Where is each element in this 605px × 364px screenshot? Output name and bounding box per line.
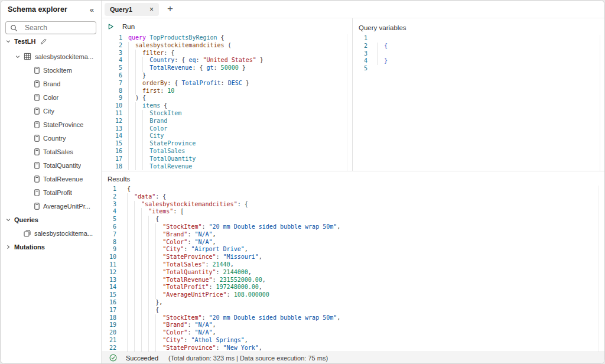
code-line: 1 xyxy=(353,35,604,43)
code-line: 9 "City": "Airport Drive", xyxy=(102,246,604,254)
field-icon xyxy=(34,189,40,196)
schema-explorer-panel: Schema explorer « TestLHsalesbystockitem… xyxy=(1,1,102,363)
tree-item-label: TotalProfit xyxy=(43,189,72,196)
search-box[interactable] xyxy=(5,21,96,34)
tree-item-label: TotalRevenue xyxy=(43,176,83,183)
code-line: 11 StockItem xyxy=(102,110,352,118)
field-icon xyxy=(34,176,40,183)
code-line: 8 first: 10 xyxy=(102,87,352,95)
chevron-down-icon[interactable] xyxy=(15,54,21,60)
tab-label: Query1 xyxy=(110,6,132,13)
field-icon xyxy=(34,80,40,87)
field-icon xyxy=(34,162,40,169)
query-variables-editor[interactable]: 12 {3 4 }5 xyxy=(353,35,604,171)
field-icon xyxy=(34,148,40,155)
code-line: 1{ xyxy=(102,186,604,193)
tree-item-stockitem[interactable]: StockItem xyxy=(1,63,101,77)
code-line: 6 "StockItem": "20 mm Double sided bubbl… xyxy=(102,223,604,231)
chevron-down-icon[interactable] xyxy=(5,217,11,223)
code-line: 7 "Brand": "N/A", xyxy=(102,231,604,239)
play-icon xyxy=(108,23,114,30)
tree-item-label: TotalSales xyxy=(43,148,73,155)
results-title: Results xyxy=(102,171,604,183)
tree-item-label: StateProvince xyxy=(43,121,83,128)
query-variables-pane: Query variables 12 {3 4 }5 xyxy=(353,18,604,171)
query-editor-pane: Run 1query TopProductsByRegion {2 salesb… xyxy=(102,18,353,171)
tree-item-mutations[interactable]: Mutations xyxy=(1,240,101,254)
code-line: 3 "salesbystockitemandcities": { xyxy=(102,201,604,209)
tab-bar: Query1 × + xyxy=(102,1,604,18)
code-line: 9 ) { xyxy=(102,95,352,102)
code-line: 7 orderBy: { TotalProfit: DESC } xyxy=(102,80,352,87)
code-line: 8 "Color": "N/A", xyxy=(102,239,604,246)
field-icon xyxy=(34,94,40,101)
tree-item-totalprofit[interactable]: TotalProfit xyxy=(1,186,101,199)
code-line: 15 StateProvince xyxy=(102,140,352,148)
tree-item-country[interactable]: Country xyxy=(1,131,101,145)
tree-item-salesbystockitema[interactable]: salesbystockitema... xyxy=(1,50,101,63)
code-line: 4 } xyxy=(353,57,604,65)
editor-toolbar: Run xyxy=(102,18,352,34)
field-icon xyxy=(34,121,40,128)
code-line: 2 "data": { xyxy=(102,193,604,201)
code-line: 4 Country: { eq: "United States" } xyxy=(102,57,352,64)
success-check-icon xyxy=(109,354,117,362)
tree-item-color[interactable]: Color xyxy=(1,90,101,104)
code-line: 18 TotalRevenue xyxy=(102,163,352,171)
code-line: 20 "Color": "N/A", xyxy=(102,329,604,337)
code-line: 17 { xyxy=(102,307,604,314)
tree-item-label: salesbystockitema... xyxy=(35,53,93,60)
tree-item-queries[interactable]: Queries xyxy=(1,213,101,226)
field-icon xyxy=(34,135,40,142)
status-bar: Succeeded (Total duration: 323 ms | Data… xyxy=(102,352,604,363)
tree-item-label: TotalQuantity xyxy=(43,162,81,169)
schema-tree: TestLHsalesbystockitema...StockItemBrand… xyxy=(1,34,101,254)
results-pane: Results 1{2 "data": {3 "salesbystockitem… xyxy=(102,171,604,352)
tree-item-stateprovince[interactable]: StateProvince xyxy=(1,118,101,131)
collapse-sidebar-button[interactable]: « xyxy=(89,6,95,14)
tree-item-label: Brand xyxy=(43,80,60,87)
tree-item-totalquantity[interactable]: TotalQuantity xyxy=(1,158,101,172)
tree-item-totalrevenue[interactable]: TotalRevenue xyxy=(1,172,101,186)
code-line: 15 "AverageUnitPrice": 108.000000 xyxy=(102,291,604,299)
tab-query1[interactable]: Query1 × xyxy=(105,3,159,16)
tree-item-averageunitpr[interactable]: AverageUnitPr... xyxy=(1,199,101,213)
search-icon xyxy=(10,24,18,32)
chevron-right-icon[interactable] xyxy=(5,244,11,250)
new-tab-button[interactable]: + xyxy=(165,4,175,15)
results-viewer[interactable]: 1{2 "data": {3 "salesbystockitemandcitie… xyxy=(102,186,604,352)
main-area: Query1 × + Run 1query TopProductsByRegio… xyxy=(102,1,604,363)
schema-explorer-header: Schema explorer « xyxy=(1,1,101,14)
tree-item-label: Color xyxy=(43,94,58,101)
pencil-icon[interactable] xyxy=(40,38,47,45)
code-line: 2 { xyxy=(353,43,604,50)
chevron-down-icon[interactable] xyxy=(5,38,11,44)
code-line: 1query TopProductsByRegion { xyxy=(102,34,352,42)
code-line: 22 "StateProvince": "New York", xyxy=(102,344,604,352)
run-button[interactable]: Run xyxy=(108,23,135,30)
code-line: 5 TotalRevenue: { gt: 50000 } xyxy=(102,64,352,72)
code-line: 6 } xyxy=(102,72,352,80)
tree-item-totalsales[interactable]: TotalSales xyxy=(1,145,101,158)
code-line: 21 "City": "Athol Springs", xyxy=(102,337,604,344)
code-line: 10 items { xyxy=(102,102,352,110)
code-line: 5 { xyxy=(102,216,604,223)
field-icon xyxy=(34,108,40,115)
table-icon xyxy=(24,53,31,60)
api-graphql-editor-window: Schema explorer « TestLHsalesbystockitem… xyxy=(0,0,605,364)
run-button-label: Run xyxy=(122,23,135,30)
status-details: (Total duration: 323 ms | Data source ex… xyxy=(168,355,328,362)
code-line: 3 filter: { xyxy=(102,50,352,57)
tree-item-label: AverageUnitPr... xyxy=(43,203,90,210)
tree-item-brand[interactable]: Brand xyxy=(1,77,101,90)
tree-item-testlh[interactable]: TestLH xyxy=(1,34,101,48)
tree-item-city[interactable]: City xyxy=(1,104,101,118)
tree-item-label: Mutations xyxy=(14,243,45,251)
code-line: 19 "Brand": "N/A", xyxy=(102,321,604,329)
tree-item-salesbystockitema[interactable]: salesbystockitema... xyxy=(1,226,101,240)
search-input[interactable] xyxy=(25,24,92,32)
close-tab-icon[interactable]: × xyxy=(149,6,154,13)
query-editor[interactable]: 1query TopProductsByRegion {2 salesbysto… xyxy=(102,34,352,171)
code-line: 16 TotalSales xyxy=(102,148,352,155)
tree-item-label: StockItem xyxy=(43,67,72,74)
